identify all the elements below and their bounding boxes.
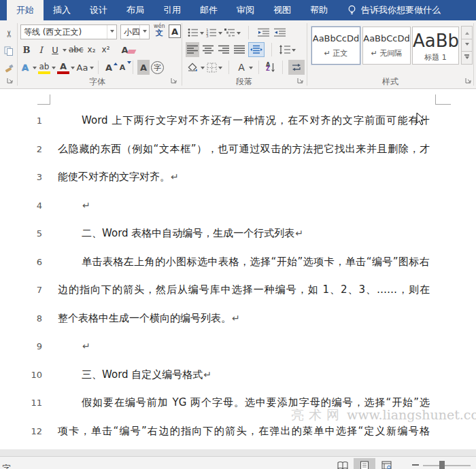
superscript-button[interactable]: x² bbox=[100, 42, 112, 57]
chevron-down-icon[interactable] bbox=[292, 49, 296, 54]
enclose-characters-button[interactable]: 字 bbox=[151, 61, 164, 74]
copy-button[interactable] bbox=[1, 42, 16, 60]
highlight-color-button[interactable]: ab bbox=[38, 60, 56, 75]
justify-button[interactable] bbox=[233, 42, 246, 57]
read-mode-button[interactable] bbox=[332, 458, 354, 469]
chevron-down-icon[interactable] bbox=[200, 32, 204, 37]
borders-button[interactable] bbox=[207, 63, 222, 73]
document-area[interactable]: 123456789101112 Word 上下两行文字对不齐还有一种情况，在不对… bbox=[0, 89, 476, 449]
align-left-button[interactable] bbox=[186, 42, 199, 57]
change-case-button[interactable]: Aa bbox=[76, 60, 94, 75]
tab-引用[interactable]: 引用 bbox=[154, 0, 190, 20]
chevron-down-icon[interactable] bbox=[139, 25, 149, 39]
shading-button[interactable] bbox=[188, 63, 205, 73]
chevron-down-icon[interactable] bbox=[52, 67, 56, 71]
align-right-button[interactable] bbox=[217, 42, 231, 57]
phonetic-guide-button[interactable]: wén 文 bbox=[154, 24, 165, 37]
subscript-button[interactable]: x₂ bbox=[86, 42, 98, 57]
style-无间隔[interactable]: AaBbCcDd↵ 无间隔 bbox=[362, 27, 411, 65]
italic-button[interactable]: I bbox=[35, 42, 47, 57]
align-center-icon bbox=[203, 45, 214, 54]
decrease-indent-button[interactable] bbox=[256, 25, 271, 40]
font-color-icon: A bbox=[57, 60, 69, 75]
numbering-button[interactable]: 123 bbox=[206, 28, 222, 37]
strikethrough-button[interactable]: abc bbox=[69, 42, 84, 57]
font-dialog-launcher[interactable] bbox=[171, 77, 178, 84]
tell-me-box[interactable]: 告诉我你想要做什么 bbox=[347, 0, 441, 20]
character-border-button[interactable]: A bbox=[169, 24, 181, 38]
distributed-button[interactable] bbox=[248, 42, 265, 57]
chevron-down-icon[interactable] bbox=[63, 49, 67, 54]
doc-line-9[interactable]: ↵ bbox=[58, 332, 430, 361]
tab-帮助[interactable]: 帮助 bbox=[301, 0, 337, 20]
chevron-down-icon[interactable] bbox=[201, 67, 205, 71]
grow-font-button[interactable]: A bbox=[103, 60, 115, 75]
doc-line-1[interactable]: Word 上下两行文字对不齐还有一种情况，在不对齐的文字前面可能有什 bbox=[58, 107, 430, 135]
text-effects-button[interactable]: A bbox=[19, 60, 37, 75]
web-layout-button[interactable] bbox=[375, 458, 397, 469]
chevron-down-icon[interactable] bbox=[90, 67, 94, 71]
tab-视图[interactable]: 视图 bbox=[264, 0, 301, 20]
character-shading-button[interactable]: A bbox=[137, 60, 150, 75]
underline-button[interactable]: U bbox=[49, 42, 67, 57]
doc-line-10[interactable]: 三、Word 自定义编号格式↵ bbox=[58, 361, 430, 389]
tab-布局[interactable]: 布局 bbox=[117, 0, 154, 20]
font-color-button[interactable]: A bbox=[57, 60, 75, 75]
horizontal-scroll-area[interactable] bbox=[0, 449, 476, 457]
cut-button[interactable]: ✂ bbox=[1, 24, 16, 42]
print-layout-button[interactable] bbox=[354, 458, 375, 469]
shrink-font-button[interactable]: A bbox=[116, 60, 129, 75]
font-name-combobox[interactable]: 等线 (西文正文) bbox=[20, 24, 117, 39]
chevron-down-icon[interactable] bbox=[107, 25, 116, 39]
doc-line-6[interactable]: 单击表格左上角的小图标选中表格，选择“开始”选项卡，单击“编号”图标右 bbox=[58, 248, 430, 277]
styles-scroll-up-button[interactable] bbox=[461, 26, 473, 39]
styles-more-button[interactable] bbox=[461, 51, 473, 65]
line-spacing-button[interactable] bbox=[279, 45, 296, 54]
font-size-combobox[interactable]: 小四 bbox=[120, 24, 150, 39]
chevron-down-icon[interactable] bbox=[33, 67, 37, 71]
increase-indent-icon bbox=[274, 28, 286, 37]
clipboard-dialog-launcher[interactable] bbox=[7, 77, 14, 84]
chevron-down-icon[interactable] bbox=[218, 67, 222, 71]
style-标题 1[interactable]: AaBb标题 1 bbox=[412, 27, 459, 65]
paragraph-row-3: A AZ bbox=[188, 60, 305, 75]
tab-审阅[interactable]: 审阅 bbox=[227, 0, 264, 20]
bold-button[interactable]: B bbox=[20, 42, 33, 57]
show-hide-marks-button[interactable] bbox=[288, 60, 305, 75]
tab-插入[interactable]: 插入 bbox=[44, 0, 80, 20]
doc-line-7[interactable]: 边的指向下的箭头，然后从编号库中选择一种编号，如 1、2、3、……，则在 bbox=[58, 276, 430, 305]
doc-line-3[interactable]: 能使不对齐的文字对齐。↵ bbox=[58, 163, 430, 192]
paragraph-mark: ↵ bbox=[171, 171, 179, 182]
format-painter-button[interactable] bbox=[1, 60, 16, 77]
chevron-down-icon[interactable] bbox=[249, 67, 253, 71]
zoom-slider-track[interactable] bbox=[423, 465, 471, 466]
increase-indent-button[interactable] bbox=[273, 25, 287, 40]
tab-开始[interactable]: 开始 bbox=[7, 0, 44, 20]
paragraph-row-1: 123 bbox=[188, 25, 287, 40]
tab-邮件[interactable]: 邮件 bbox=[190, 0, 227, 20]
tab-设计[interactable]: 设计 bbox=[80, 0, 117, 20]
sort-button[interactable]: AZ bbox=[265, 60, 277, 75]
paragraph-dialog-launcher[interactable] bbox=[297, 77, 305, 84]
align-center-button[interactable] bbox=[201, 42, 215, 57]
doc-line-8[interactable]: 整个表格中生成一个横向的编号列表。↵ bbox=[58, 305, 430, 333]
bullets-button[interactable] bbox=[188, 28, 204, 37]
chevron-down-icon[interactable] bbox=[218, 32, 222, 37]
doc-line-4[interactable]: ↵ bbox=[58, 192, 430, 220]
zoom-out-button[interactable] bbox=[412, 464, 419, 466]
page-corner-mark-right bbox=[435, 94, 451, 105]
doc-line-2[interactable]: 么隐藏的东西（例如“文本框”），也可通过双击的方法把它找出来并且删除，才 bbox=[58, 135, 430, 164]
chevron-down-icon[interactable] bbox=[71, 67, 75, 71]
word-count-label[interactable]: 字 bbox=[2, 463, 11, 469]
styles-scroll-down-button[interactable] bbox=[461, 39, 473, 52]
clear-formatting-button[interactable]: A bbox=[122, 45, 134, 55]
doc-line-5[interactable]: 二、Word 表格中自动编号，生成一个行式列表↵ bbox=[58, 220, 430, 248]
asian-layout-button[interactable]: A bbox=[235, 60, 253, 75]
style-正文[interactable]: AaBbCcDd↵ 正文 bbox=[311, 27, 360, 65]
multilevel-list-button[interactable] bbox=[224, 28, 241, 37]
zoom-slider-handle[interactable] bbox=[439, 461, 445, 469]
ribbon-home: ✂ 等线 (西文正文) 小四 bbox=[0, 20, 476, 89]
sort-icon: AZ bbox=[266, 63, 270, 71]
chevron-down-icon[interactable] bbox=[237, 32, 241, 37]
styles-dialog-launcher[interactable] bbox=[465, 77, 473, 84]
